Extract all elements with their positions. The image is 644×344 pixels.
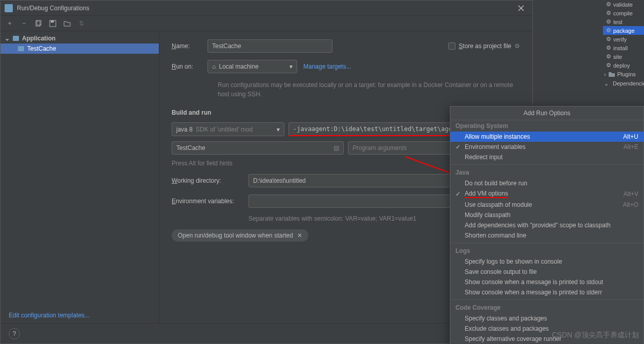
store-label: Store as project file — [459, 42, 511, 50]
working-dir-label: Working directory: — [172, 177, 248, 184]
run-on-hint: Run configurations may be executed local… — [218, 80, 520, 99]
gear-icon: ⚙ — [606, 53, 611, 60]
popup-item[interactable]: Add dependencies with "provided" scope t… — [450, 220, 643, 230]
popup-item[interactable]: ✓Environment variablesAlt+E — [450, 142, 643, 152]
gear-icon[interactable]: ⚙ — [514, 42, 520, 50]
popup-item[interactable]: Allow multiple instancesAlt+U — [450, 132, 643, 142]
svg-rect-5 — [18, 46, 24, 51]
name-label: Name: — [172, 42, 207, 50]
folder-button[interactable] — [62, 18, 72, 29]
run-on-label: Run on: — [172, 63, 207, 70]
dependencies-node[interactable]: ⌄Dependencie — [603, 79, 644, 88]
gear-icon: ⚙ — [606, 18, 611, 25]
popup-separator — [450, 164, 643, 165]
run-on-value: Local machine — [219, 63, 286, 70]
chevron-down-icon: ▾ — [277, 126, 280, 133]
popup-item[interactable]: Show console when a message is printed t… — [450, 287, 643, 297]
gear-icon: ⚙ — [606, 45, 611, 51]
maven-goal-install[interactable]: ⚙install — [603, 44, 644, 52]
folder-icon — [608, 71, 615, 78]
check-icon: ✓ — [455, 190, 461, 198]
chip-label: Open run/debug tool window when started — [178, 232, 293, 239]
popup-item[interactable]: Save console output to file — [450, 267, 643, 277]
chip-close-icon[interactable]: ✕ — [297, 232, 302, 239]
maven-goal-validate[interactable]: ⚙validate — [603, 0, 644, 9]
tree-application-label: Application — [22, 35, 55, 42]
tree-config-label: TestCache — [27, 45, 56, 52]
gear-icon: ⚙ — [606, 1, 611, 8]
open-tool-window-chip[interactable]: Open run/debug tool window when started … — [172, 229, 308, 242]
popup-item[interactable]: Shorten command line — [450, 230, 643, 241]
jdk-select[interactable]: java 8 SDK of 'untitled' mod ▾ — [172, 122, 284, 136]
maven-goal-test[interactable]: ⚙test — [603, 17, 644, 26]
store-project-file-checkbox[interactable]: Store as project file ⚙ — [448, 42, 520, 50]
chevron-down-icon: ⌄ — [604, 80, 609, 87]
chevron-right-icon: › — [604, 71, 606, 77]
popup-item[interactable]: Use classpath of moduleAlt+O — [450, 200, 643, 210]
popup-item[interactable]: Specify classes and packages — [450, 313, 643, 324]
list-icon[interactable]: ▤ — [334, 144, 339, 152]
close-icon — [518, 5, 524, 11]
close-button[interactable] — [514, 1, 528, 15]
gear-icon: ⚙ — [606, 27, 611, 34]
gear-icon: ⚙ — [606, 10, 611, 16]
tree-application-node[interactable]: ⌄ Application — [1, 33, 159, 44]
application-icon — [12, 34, 20, 42]
popup-section-os: Operating System — [450, 120, 643, 132]
gear-icon: ⚙ — [606, 62, 611, 69]
application-icon — [17, 45, 25, 53]
name-input[interactable] — [207, 39, 333, 53]
save-config-button[interactable] — [48, 18, 58, 29]
dialog-title: Run/Debug Configurations — [17, 5, 514, 12]
popup-item[interactable]: Do not build before run — [450, 178, 643, 188]
checkbox-icon — [448, 42, 455, 50]
popup-separator — [450, 243, 643, 243]
tree-config-testcache[interactable]: TestCache — [1, 44, 159, 54]
check-icon: ✓ — [455, 143, 461, 150]
jdk-hint: SDK of 'untitled' mod — [196, 126, 253, 133]
popup-item[interactable]: Redirect input — [450, 152, 643, 162]
popup-item[interactable]: ✓Add VM optionsAlt+V — [450, 188, 643, 200]
maven-goal-compile[interactable]: ⚙compile — [603, 9, 644, 17]
app-icon — [5, 4, 13, 12]
remove-config-button[interactable]: － — [19, 18, 29, 29]
env-vars-label: Environment variables: — [172, 198, 248, 205]
popup-item[interactable]: Show console when a message is printed t… — [450, 277, 643, 287]
maven-goal-deploy[interactable]: ⚙deploy — [603, 61, 644, 70]
maven-goal-package[interactable]: ⚙package — [603, 26, 644, 35]
config-tree: ⌄ Application TestCache Edit configurati… — [1, 31, 159, 323]
add-run-options-popup: Add Run Options Operating SystemAllow mu… — [450, 106, 644, 344]
popup-item[interactable]: Modify classpath — [450, 210, 643, 220]
copy-config-button[interactable] — [33, 18, 44, 29]
run-on-select[interactable]: ⌂ Local machine ▾ — [207, 60, 297, 73]
plugins-node[interactable]: ›Plugins — [603, 70, 644, 79]
manage-targets-link[interactable]: Manage targets... — [303, 63, 351, 70]
popup-section-logs: Logs — [450, 245, 643, 256]
svg-rect-4 — [13, 36, 19, 41]
popup-separator — [450, 299, 643, 300]
chevron-down-icon: ⌄ — [5, 35, 11, 42]
popup-title: Add Run Options — [450, 106, 643, 120]
toolbar: ＋ － ⇅ — [1, 16, 532, 31]
jdk-label: java 8 — [176, 126, 193, 133]
popup-section-coverage: Code Coverage — [450, 302, 643, 313]
maven-goal-site[interactable]: ⚙site — [603, 52, 644, 61]
svg-rect-3 — [51, 20, 54, 23]
watermark: CSDN @顶尖高手养成计划 — [552, 331, 639, 340]
build-run-header: Build and run — [172, 109, 211, 116]
gear-icon: ⚙ — [606, 36, 611, 42]
home-icon: ⌂ — [212, 63, 216, 70]
maven-goal-verify[interactable]: ⚙verify — [603, 35, 644, 44]
add-config-button[interactable]: ＋ — [5, 18, 15, 29]
popup-item[interactable]: Specify logs to be shown in console — [450, 256, 643, 267]
edit-templates-link[interactable]: Edit configuration templates... — [9, 312, 90, 319]
popup-section-java: Java — [450, 167, 643, 178]
help-button[interactable]: ? — [9, 328, 20, 339]
chevron-down-icon: ▾ — [289, 63, 293, 70]
sort-button[interactable]: ⇅ — [76, 18, 87, 29]
titlebar: Run/Debug Configurations — [1, 1, 532, 16]
main-class-input[interactable]: TestCache ▤ — [172, 141, 344, 155]
